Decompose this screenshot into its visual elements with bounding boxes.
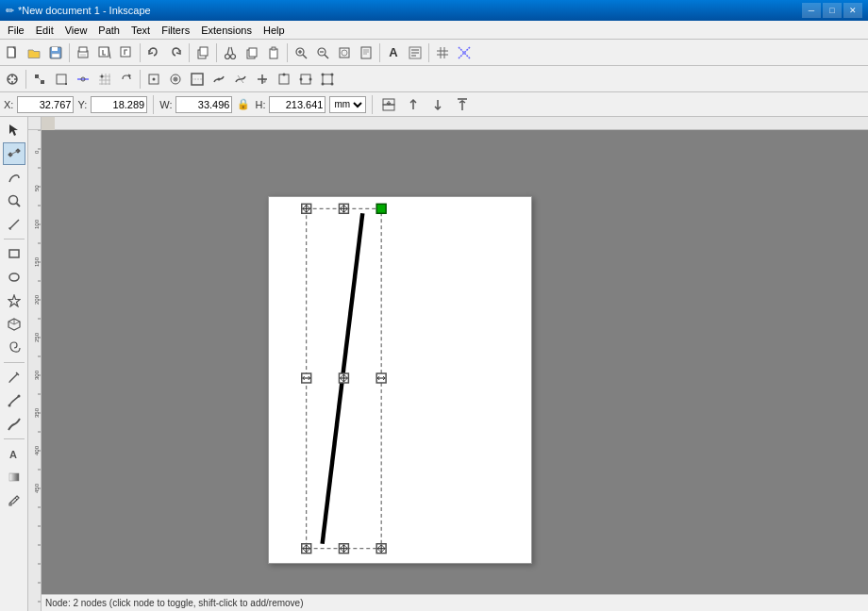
title-controls[interactable]: ─ □ ✕ xyxy=(802,3,862,18)
undo-button[interactable] xyxy=(143,42,164,63)
minimize-button[interactable]: ─ xyxy=(802,3,821,18)
handle-tm[interactable] xyxy=(339,204,348,213)
handle-bl[interactable] xyxy=(302,544,311,553)
gradient-tool[interactable] xyxy=(3,466,25,488)
snap-center-button[interactable] xyxy=(165,69,186,90)
node-tool[interactable] xyxy=(3,142,25,165)
canvas-area[interactable]: Node: 2 nodes (click node to toggle, shi… xyxy=(42,130,868,611)
3dbox-tool[interactable] xyxy=(3,313,25,336)
snap-toggle-button[interactable] xyxy=(2,69,23,90)
snap-toolbar xyxy=(0,66,868,92)
redo-button[interactable] xyxy=(165,42,186,63)
grid-toggle[interactable] xyxy=(432,42,453,63)
snap-page-button[interactable] xyxy=(187,69,208,90)
menu-filters[interactable]: Filters xyxy=(156,21,195,40)
paste-button[interactable] xyxy=(263,42,284,63)
text-font-button[interactable]: A xyxy=(383,42,404,63)
spiral-tool[interactable] xyxy=(3,337,25,359)
guide-toggle[interactable] xyxy=(454,42,475,63)
menu-view[interactable]: View xyxy=(59,21,93,40)
zoom-out-button[interactable] xyxy=(312,42,333,63)
handle-bm[interactable] xyxy=(339,544,348,553)
handle-tr[interactable] xyxy=(376,204,386,213)
calligraphy-tool[interactable] xyxy=(3,413,25,436)
menu-help[interactable]: Help xyxy=(258,21,291,40)
snap-guide-button[interactable] xyxy=(73,69,93,90)
import-button[interactable] xyxy=(94,42,115,63)
svg-rect-29 xyxy=(361,47,371,58)
svg-line-107 xyxy=(9,373,18,382)
text-tool[interactable]: A xyxy=(3,442,25,465)
handle-ml[interactable] xyxy=(302,373,311,383)
svg-point-63 xyxy=(153,77,156,80)
copy-doc-button[interactable] xyxy=(192,42,213,63)
ellipse-tool[interactable] xyxy=(3,266,25,289)
maximize-button[interactable]: □ xyxy=(823,3,842,18)
w-input[interactable] xyxy=(175,96,232,113)
handle-tl[interactable] xyxy=(302,204,311,213)
svg-rect-18 xyxy=(270,49,277,58)
top-layer-button[interactable] xyxy=(452,94,473,115)
main-area: A xyxy=(0,117,868,611)
snap-bbox-corner-button[interactable] xyxy=(317,69,338,90)
pencil-tool[interactable] xyxy=(3,366,25,388)
menu-path[interactable]: Path xyxy=(92,21,125,40)
copy-button[interactable] xyxy=(242,42,262,63)
handle-mc[interactable] xyxy=(339,373,348,383)
text-flow-button[interactable] xyxy=(405,42,426,63)
menu-edit[interactable]: Edit xyxy=(30,21,59,40)
zoom-tool[interactable] xyxy=(3,190,25,212)
snap-bbox-mid-button[interactable] xyxy=(295,69,316,90)
tweak-tool[interactable] xyxy=(3,166,25,189)
tool-sep1 xyxy=(4,239,25,239)
save-button[interactable] xyxy=(45,42,66,63)
snap-bbox-edge-button[interactable] xyxy=(274,69,294,90)
zoom-in-button[interactable] xyxy=(291,42,311,63)
open-button[interactable] xyxy=(24,42,44,63)
close-button[interactable]: ✕ xyxy=(843,3,862,18)
handle-br[interactable] xyxy=(376,544,386,553)
menu-file[interactable]: File xyxy=(2,21,30,40)
unit-select[interactable]: mmpxcminpt xyxy=(329,96,366,113)
snap-mid-button[interactable] xyxy=(143,69,164,90)
selector-tool[interactable] xyxy=(3,119,25,141)
svg-rect-157 xyxy=(376,204,386,213)
new-button[interactable] xyxy=(2,42,23,63)
svg-rect-84 xyxy=(383,105,394,110)
canvas-with-ruler: 0 50 100 150 200 250 300 350 400 450 xyxy=(28,130,868,611)
zoom-fit-button[interactable] xyxy=(334,42,355,63)
snap-nodes-button[interactable] xyxy=(29,69,50,90)
zoom-page-button[interactable] xyxy=(356,42,376,63)
lock-aspect-button[interactable]: 🔒 xyxy=(236,97,251,112)
raise-layer-button[interactable] xyxy=(403,94,424,115)
h-input[interactable] xyxy=(269,96,326,113)
svg-rect-6 xyxy=(80,54,86,57)
snap-rotation-button[interactable] xyxy=(116,69,137,90)
lower-layer-button[interactable] xyxy=(427,94,448,115)
y-input[interactable] xyxy=(91,96,147,113)
measure-tool[interactable] xyxy=(3,213,25,236)
y-label: Y: xyxy=(77,99,87,110)
svg-text:0: 0 xyxy=(34,150,40,154)
snap-grid-button[interactable] xyxy=(94,69,115,90)
coord-bar: X: Y: W: 🔒 H: mmpxcminpt xyxy=(0,92,868,117)
snap-perp-button[interactable] xyxy=(252,69,273,90)
dropper-tool[interactable] xyxy=(3,489,25,512)
rect-tool[interactable] xyxy=(3,242,25,265)
menu-text[interactable]: Text xyxy=(125,21,156,40)
pen-tool[interactable] xyxy=(3,389,25,412)
menu-extensions[interactable]: Extensions xyxy=(195,21,258,40)
svg-rect-19 xyxy=(272,47,275,50)
snap-bbox-button[interactable] xyxy=(51,69,72,90)
x-input[interactable] xyxy=(17,96,74,113)
handle-mr[interactable] xyxy=(376,373,386,383)
svg-marker-91 xyxy=(9,124,18,136)
export-button[interactable] xyxy=(116,42,137,63)
star-tool[interactable] xyxy=(3,289,25,312)
print-button[interactable] xyxy=(73,42,93,63)
svg-line-26 xyxy=(325,55,328,58)
move-to-layer-button[interactable] xyxy=(378,94,399,115)
cut-button[interactable] xyxy=(220,42,241,63)
snap-smooth-button[interactable] xyxy=(209,69,229,90)
snap-tangent-button[interactable] xyxy=(230,69,251,90)
